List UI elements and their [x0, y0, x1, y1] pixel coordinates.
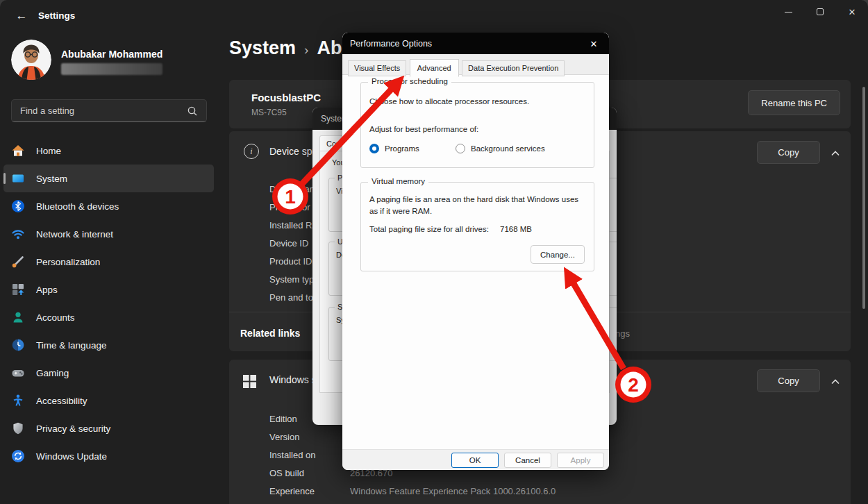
app-title: Settings: [38, 10, 75, 21]
sidebar-item-privacy-security[interactable]: Privacy & security: [3, 414, 214, 442]
related-link-fragment[interactable]: ngs: [615, 328, 630, 339]
virtual-memory-title: Virtual memory: [368, 177, 428, 185]
gaming-gamepad-icon: [11, 366, 25, 380]
sidebar-item-label: Windows Update: [36, 451, 107, 462]
radio-programs[interactable]: Programs: [369, 144, 419, 153]
sidebar-item-system[interactable]: System: [3, 165, 214, 192]
accounts-person-icon: [11, 310, 25, 324]
virtual-memory-group: Virtual memory A paging file is an area …: [360, 182, 594, 271]
sidebar-item-label: Time & language: [36, 340, 107, 351]
windows-update-icon: [11, 449, 25, 463]
back-button[interactable]: ←: [11, 8, 32, 24]
accessibility-person-icon: [11, 394, 25, 408]
sidebar: Home System Bluetooth & devices Network …: [3, 137, 214, 470]
network-wifi-icon: [11, 227, 25, 241]
search-placeholder: Find a setting: [20, 106, 187, 116]
search-icon: [187, 106, 198, 117]
back-arrow-icon: ←: [16, 9, 28, 23]
windows-specs-copy-button[interactable]: Copy: [757, 369, 820, 392]
total-paging-label: Total paging file size for all drives:: [369, 225, 489, 233]
spec-row: ExperienceWindows Feature Experience Pac…: [269, 482, 837, 500]
radio-background-services[interactable]: Background services: [456, 144, 545, 153]
sidebar-item-apps[interactable]: Apps: [3, 276, 214, 303]
bluetooth-icon: [11, 199, 25, 213]
avatar[interactable]: [11, 40, 51, 80]
tab-visual-effects[interactable]: Visual Effects: [348, 60, 406, 76]
close-icon: ✕: [590, 39, 598, 49]
processor-scheduling-title: Processor scheduling: [368, 77, 451, 85]
sidebar-item-label: System: [36, 174, 67, 184]
privacy-shield-icon: [11, 421, 25, 435]
info-icon: i: [244, 144, 259, 159]
paging-file-description-line1: A paging file is an area on the hard dis…: [369, 195, 578, 203]
dialog-close-button[interactable]: ✕: [585, 37, 602, 51]
apps-icon: [11, 283, 25, 296]
chevron-up-icon[interactable]: [830, 148, 841, 156]
user-email-redacted: [61, 63, 162, 75]
chevron-up-icon[interactable]: [830, 376, 841, 385]
vertical-scrollbar[interactable]: [862, 87, 865, 309]
sidebar-item-label: Accounts: [36, 312, 75, 323]
radio-unselected-icon: [456, 144, 465, 153]
sidebar-item-accounts[interactable]: Accounts: [3, 303, 214, 331]
processor-scheduling-description: Choose how to allocate processor resourc…: [369, 97, 529, 106]
performance-options-title: Performance Options: [342, 33, 609, 54]
maximize-button[interactable]: [804, 0, 836, 24]
cancel-button[interactable]: Cancel: [504, 453, 551, 468]
maximize-icon: [817, 8, 824, 15]
minimize-button[interactable]: [772, 0, 804, 24]
sidebar-item-home[interactable]: Home: [3, 137, 214, 165]
sidebar-item-windows-update[interactable]: Windows Update: [3, 442, 214, 470]
titlebar: ← Settings ✕: [0, 0, 868, 32]
pc-model: MS-7C95: [251, 108, 287, 117]
sidebar-item-label: Gaming: [36, 368, 69, 378]
sidebar-item-bluetooth-devices[interactable]: Bluetooth & devices: [3, 192, 214, 220]
sidebar-item-time-language[interactable]: Time & language: [3, 331, 214, 359]
user-name: Abubakar Mohammed: [61, 49, 162, 60]
breadcrumb-separator: ›: [304, 42, 308, 58]
tab-data-execution-prevention[interactable]: Data Execution Prevention: [462, 60, 565, 76]
sidebar-item-label: Network & internet: [36, 229, 113, 240]
change-button[interactable]: Change...: [531, 245, 585, 264]
sidebar-item-label: Bluetooth & devices: [36, 201, 119, 212]
personalization-brush-icon: [11, 255, 25, 269]
sidebar-item-gaming[interactable]: Gaming: [3, 359, 214, 387]
device-specs-copy-button[interactable]: Copy: [757, 141, 820, 164]
sidebar-item-personalization[interactable]: Personalization: [3, 248, 214, 276]
close-button[interactable]: ✕: [836, 0, 868, 24]
ok-button[interactable]: OK: [451, 453, 499, 468]
apply-button-disabled: Apply: [557, 453, 604, 468]
pc-name: FocusblastPC: [251, 92, 321, 103]
close-icon: ✕: [849, 7, 856, 17]
time-language-clock-icon: [11, 338, 25, 352]
breadcrumb-system[interactable]: System: [229, 37, 296, 59]
settings-window: ← Settings ✕ Abubakar Mohammed Find a se…: [0, 0, 868, 504]
related-links-label: Related links: [240, 328, 300, 339]
sidebar-item-label: Apps: [36, 285, 58, 295]
sidebar-item-label: Privacy & security: [36, 423, 110, 434]
dialog-tab-strip: Visual Effects Advanced Data Execution P…: [342, 54, 609, 75]
paging-file-description-line2: as if it were RAM.: [369, 207, 432, 215]
performance-options-dialog: Performance Options ✕ Visual Effects Adv…: [342, 33, 609, 470]
system-icon: [11, 171, 25, 185]
minimize-icon: [785, 12, 792, 12]
home-icon: [11, 144, 25, 158]
sidebar-item-accessibility[interactable]: Accessibility: [3, 387, 214, 414]
total-paging-value: 7168 MB: [500, 225, 532, 233]
windows-logo-icon: [243, 375, 256, 391]
search-input[interactable]: Find a setting: [11, 99, 207, 122]
sidebar-item-label: Home: [36, 146, 61, 156]
dialog-footer: OK Cancel Apply: [342, 449, 609, 470]
sidebar-item-label: Accessibility: [36, 396, 87, 406]
sidebar-item-label: Personalization: [36, 257, 100, 267]
adjust-performance-label: Adjust for best performance of:: [369, 125, 478, 133]
rename-this-pc-button[interactable]: Rename this PC: [748, 90, 840, 115]
sidebar-item-network-internet[interactable]: Network & internet: [3, 220, 214, 248]
processor-scheduling-group: Processor scheduling Choose how to alloc…: [360, 82, 594, 168]
tab-advanced[interactable]: Advanced: [410, 59, 459, 77]
radio-selected-icon: [369, 144, 379, 153]
